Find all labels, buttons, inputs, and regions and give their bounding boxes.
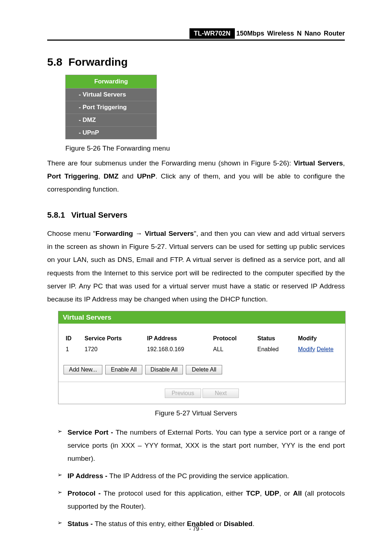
panel-title: Virtual Servers — [58, 311, 345, 324]
table-row: 1 1720 192.168.0.169 ALL Enabled Modify … — [64, 345, 340, 354]
previous-button: Previous — [165, 389, 201, 398]
cell-proto: ALL — [211, 345, 255, 354]
page-number: - 79 - — [0, 526, 392, 532]
list-item: Service Port - The numbers of External P… — [57, 426, 345, 465]
table-header-row: ID Service Ports IP Address Protocol Sta… — [64, 334, 340, 345]
delete-link[interactable]: Delete — [317, 346, 334, 352]
list-item: Protocol - The protocol used for this ap… — [57, 487, 345, 513]
section-number: 5.8 — [47, 56, 62, 68]
cell-ip: 192.168.0.169 — [145, 345, 211, 354]
menu-item-upnp: - UPnP — [66, 127, 156, 139]
virtual-servers-panel: Virtual Servers ID Service Ports IP Addr… — [58, 311, 346, 404]
forwarding-menu-screenshot: Forwarding - Virtual Servers - Port Trig… — [65, 75, 157, 139]
menu-item-port-triggering: - Port Triggering — [66, 101, 156, 114]
menu-header: Forwarding — [66, 75, 156, 89]
product-name: 150Mbps Wireless N Nano Router — [236, 30, 345, 37]
subsection-title-text: Virtual Servers — [71, 210, 127, 219]
figure-caption-27: Figure 5-27 Virtual Servers — [47, 409, 345, 417]
menu-item-virtual-servers: - Virtual Servers — [66, 89, 156, 101]
col-protocol: Protocol — [211, 334, 255, 345]
page-header: TL-WR702N 150Mbps Wireless N Nano Router — [47, 28, 345, 41]
delete-all-button[interactable]: Delete All — [186, 365, 222, 374]
col-modify: Modify — [296, 334, 340, 345]
model-label: TL-WR702N — [189, 28, 235, 39]
virtual-servers-intro: Choose menu "Forwarding → Virtual Server… — [47, 227, 345, 306]
cell-status: Enabled — [255, 345, 296, 354]
next-button: Next — [203, 389, 239, 398]
col-service-ports: Service Ports — [82, 334, 145, 345]
cell-ports: 1720 — [82, 345, 145, 354]
subsection-number: 5.8.1 — [47, 210, 69, 220]
subsection-heading: 5.8.1 Virtual Servers — [47, 210, 345, 220]
pagination-row: Previous Next — [58, 382, 345, 404]
menu-item-dmz: - DMZ — [66, 114, 156, 127]
col-id: ID — [64, 334, 82, 345]
col-status: Status — [255, 334, 296, 345]
action-button-row: Add New... Enable All Disable All Delete… — [64, 365, 340, 374]
add-new-button[interactable]: Add New... — [64, 365, 102, 374]
intro-paragraph: There are four submenus under the Forwar… — [47, 157, 345, 196]
disable-all-button[interactable]: Disable All — [145, 365, 183, 374]
definition-list: Service Port - The numbers of External P… — [47, 426, 345, 531]
virtual-servers-table: ID Service Ports IP Address Protocol Sta… — [64, 334, 340, 354]
enable-all-button[interactable]: Enable All — [105, 365, 142, 374]
list-item: IP Address - The IP Address of the PC pr… — [57, 469, 345, 483]
cell-id: 1 — [64, 345, 82, 354]
section-title-text: Forwarding — [68, 56, 127, 68]
col-ip-address: IP Address — [145, 334, 211, 345]
section-heading: 5.8 Forwarding — [47, 56, 345, 68]
modify-link[interactable]: Modify — [298, 346, 315, 352]
figure-caption-26: Figure 5-26 The Forwarding menu — [54, 144, 345, 152]
